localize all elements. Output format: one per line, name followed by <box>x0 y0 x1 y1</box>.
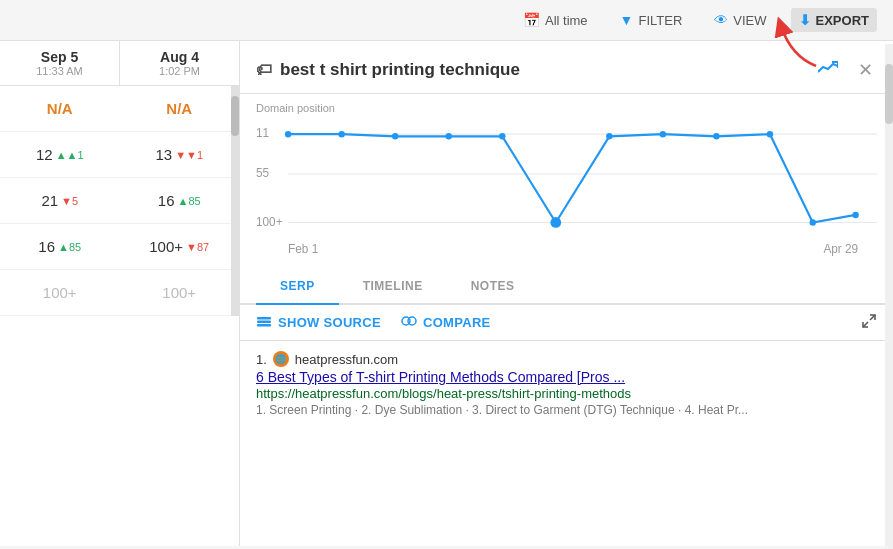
show-source-button[interactable]: SHOW SOURCE <box>256 313 381 332</box>
cell-2-2: 13 ▼1 <box>120 142 240 167</box>
filter-icon: ▼ <box>620 12 634 28</box>
chart-y-label: Domain position <box>256 102 877 114</box>
svg-rect-21 <box>257 321 271 324</box>
chart-area: Domain position 11 55 100+ <box>240 94 893 269</box>
table-row: 12 ▲1 13 ▼1 <box>0 132 239 178</box>
time-1: 11:33 AM <box>12 65 107 77</box>
chart-icon[interactable] <box>814 56 842 85</box>
delta-down-icon: ▼87 <box>186 241 209 253</box>
scroll-indicator[interactable] <box>231 86 239 316</box>
svg-text:11: 11 <box>256 126 269 140</box>
keyword-actions: ✕ <box>814 55 877 85</box>
date-1: Sep 5 <box>12 49 107 65</box>
svg-text:Apr 29: Apr 29 <box>823 242 858 256</box>
tag-icon: 🏷 <box>256 61 272 79</box>
tab-notes[interactable]: NOTES <box>447 269 539 305</box>
date-col-1: Sep 5 11:33 AM <box>0 41 120 85</box>
serp-toolbar: SHOW SOURCE COMPARE <box>240 305 893 341</box>
table-row: 21 ▼5 16 ▲85 <box>0 178 239 224</box>
cell-2-1: 12 ▲1 <box>0 142 120 167</box>
tab-serp[interactable]: SERP <box>256 269 339 305</box>
right-scrollbar[interactable] <box>885 44 893 546</box>
svg-point-12 <box>606 133 612 139</box>
filter-label: FILTER <box>638 13 682 28</box>
view-button[interactable]: 👁 VIEW <box>706 8 774 32</box>
keyword-header: 🏷 best t shirt printing technique ✕ <box>240 41 893 94</box>
svg-point-13 <box>660 131 666 137</box>
cell-1-2: N/A <box>120 96 240 121</box>
cell-1-1: N/A <box>0 96 120 121</box>
expand-button[interactable] <box>861 313 877 332</box>
svg-point-7 <box>338 131 344 137</box>
eye-icon: 👁 <box>714 12 728 28</box>
compare-icon <box>401 313 417 332</box>
date-2: Aug 4 <box>132 49 227 65</box>
delta-up-icon: ▲85 <box>58 241 81 253</box>
result-item: 1. 🌐 heatpressfun.com 6 Best Types of T-… <box>256 351 877 417</box>
serp-results: 1. 🌐 heatpressfun.com 6 Best Types of T-… <box>240 341 893 546</box>
svg-point-8 <box>392 133 398 139</box>
tabs: SERP TIMELINE NOTES <box>240 269 893 305</box>
favicon: 🌐 <box>273 351 289 367</box>
top-bar: 📅 All time ▼ FILTER 👁 VIEW ⬇ EXPORT <box>0 0 893 41</box>
svg-point-9 <box>446 133 452 139</box>
show-source-label: SHOW SOURCE <box>278 315 381 330</box>
table-row: 100+ 100+ <box>0 270 239 316</box>
cell-5-2: 100+ <box>120 280 240 305</box>
export-label: EXPORT <box>816 13 869 28</box>
result-snippet: 1. Screen Printing · 2. Dye Sublimation … <box>256 403 877 417</box>
svg-point-15 <box>767 131 773 137</box>
all-time-button[interactable]: 📅 All time <box>515 8 596 32</box>
svg-rect-22 <box>257 324 271 327</box>
delta-up-icon: ▲85 <box>178 195 201 207</box>
delta-down-icon: ▼1 <box>175 149 203 161</box>
cell-3-1: 21 ▼5 <box>0 188 120 213</box>
date-header: Sep 5 11:33 AM Aug 4 1:02 PM <box>0 41 239 86</box>
svg-point-11 <box>550 217 561 228</box>
svg-point-6 <box>285 131 291 137</box>
data-rows: N/A N/A 12 ▲1 13 ▼1 21 ▼5 <box>0 86 239 316</box>
result-url[interactable]: https://heatpressfun.com/blogs/heat-pres… <box>256 386 877 401</box>
main-content: Sep 5 11:33 AM Aug 4 1:02 PM N/A N/A 12 … <box>0 41 893 546</box>
cell-4-2: 100+ ▼87 <box>120 234 240 259</box>
scroll-thumb <box>231 96 239 136</box>
svg-text:55: 55 <box>256 166 270 180</box>
keyword-text: best t shirt printing technique <box>280 60 520 80</box>
svg-point-17 <box>852 212 858 218</box>
svg-point-10 <box>499 133 505 139</box>
time-2: 1:02 PM <box>132 65 227 77</box>
layers-icon <box>256 313 272 332</box>
svg-text:100+: 100+ <box>256 215 283 229</box>
table-row: N/A N/A <box>0 86 239 132</box>
svg-text:Feb 1: Feb 1 <box>288 242 318 256</box>
calendar-icon: 📅 <box>523 12 540 28</box>
scrollbar-thumb <box>885 64 893 124</box>
chart-svg: 11 55 100+ <box>256 118 877 258</box>
delta-down-icon: ▼5 <box>61 195 78 207</box>
table-row: 16 ▲85 100+ ▼87 <box>0 224 239 270</box>
svg-point-14 <box>713 133 719 139</box>
cell-3-2: 16 ▲85 <box>120 188 240 213</box>
filter-button[interactable]: ▼ FILTER <box>612 8 691 32</box>
export-button[interactable]: ⬇ EXPORT <box>791 8 877 32</box>
left-panel: Sep 5 11:33 AM Aug 4 1:02 PM N/A N/A 12 … <box>0 41 240 546</box>
svg-point-24 <box>408 317 416 325</box>
keyword-title: 🏷 best t shirt printing technique <box>256 60 520 80</box>
close-icon[interactable]: ✕ <box>854 55 877 85</box>
result-num: 1. 🌐 heatpressfun.com <box>256 351 877 367</box>
compare-button[interactable]: COMPARE <box>401 313 491 332</box>
delta-up-icon: ▲1 <box>56 149 84 161</box>
all-time-label: All time <box>545 13 588 28</box>
cell-5-1: 100+ <box>0 280 120 305</box>
compare-label: COMPARE <box>423 315 491 330</box>
right-panel: 🏷 best t shirt printing technique ✕ Doma… <box>240 41 893 546</box>
svg-rect-20 <box>257 317 271 320</box>
result-title[interactable]: 6 Best Types of T-shirt Printing Methods… <box>256 369 877 385</box>
date-col-2: Aug 4 1:02 PM <box>120 41 239 85</box>
tab-timeline[interactable]: TIMELINE <box>339 269 447 305</box>
svg-point-16 <box>810 219 816 225</box>
cell-4-1: 16 ▲85 <box>0 234 120 259</box>
export-icon: ⬇ <box>799 12 811 28</box>
view-label: VIEW <box>733 13 766 28</box>
